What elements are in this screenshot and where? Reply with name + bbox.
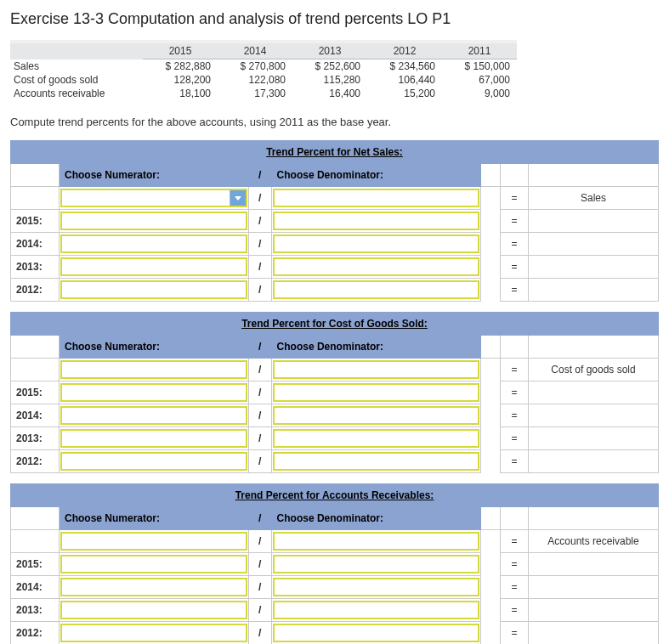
cell-value: $ 234,560 [367, 59, 442, 74]
cell-value: 106,440 [367, 73, 442, 87]
denominator-input[interactable] [273, 532, 479, 551]
year-label: 2014: [11, 233, 60, 256]
result-label: Accounts receivable [529, 530, 659, 553]
cell-value: $ 282,880 [143, 59, 218, 74]
numerator-input[interactable] [60, 601, 247, 619]
numerator-input[interactable] [60, 429, 247, 448]
cell-value: 115,280 [292, 73, 367, 87]
slash-label: / [248, 553, 271, 576]
page-title: Exercise 13-3 Computation and analysis o… [10, 10, 659, 28]
denominator-input[interactable] [273, 624, 479, 642]
section-title: Trend Percent for Cost of Goods Sold: [11, 313, 659, 336]
denominator-input[interactable] [273, 452, 479, 471]
denominator-input[interactable] [273, 234, 479, 253]
cell-value: 18,100 [143, 87, 218, 100]
result-cell [529, 599, 659, 622]
slash-label: / [248, 404, 271, 427]
slash-header: / [248, 507, 271, 530]
year-label: 2012: [11, 450, 60, 473]
equals-label: = [501, 404, 529, 427]
calc-section: Trend Percent for Cost of Goods Sold:Cho… [10, 312, 659, 473]
result-cell [529, 576, 659, 599]
col-year: 2013 [292, 42, 367, 59]
numerator-dropdown[interactable] [60, 532, 247, 551]
slash-label: / [248, 530, 271, 553]
denominator-input[interactable] [273, 578, 479, 596]
numerator-input[interactable] [60, 280, 247, 299]
slash-label: / [248, 622, 271, 645]
result-cell [529, 256, 659, 279]
equals-label: = [501, 576, 529, 599]
numerator-header: Choose Numerator: [60, 164, 249, 187]
year-label: 2014: [11, 576, 60, 599]
equals-label: = [501, 381, 529, 404]
slash-label: / [248, 381, 271, 404]
numerator-input[interactable] [60, 406, 247, 425]
cell-value: $ 270,800 [218, 59, 292, 74]
data-table: 2015 2014 2013 2012 2011 Sales $ 282,880… [10, 40, 517, 100]
instruction-text: Compute trend percents for the above acc… [10, 116, 659, 128]
row-label: Cost of goods sold [10, 73, 143, 87]
cell-value: 128,200 [143, 73, 218, 87]
numerator-input[interactable] [60, 257, 247, 276]
numerator-dropdown[interactable] [60, 360, 247, 379]
denominator-input[interactable] [273, 189, 479, 207]
denominator-input[interactable] [273, 429, 479, 448]
year-label: 2012: [11, 279, 60, 302]
cell-value: 9,000 [442, 87, 517, 100]
numerator-header: Choose Numerator: [60, 336, 249, 359]
col-year: 2015 [143, 42, 218, 59]
year-label: 2013: [11, 427, 60, 450]
denominator-input[interactable] [273, 257, 479, 276]
denominator-input[interactable] [273, 212, 479, 230]
slash-label: / [248, 599, 271, 622]
slash-label: / [248, 427, 271, 450]
section-title: Trend Percent for Net Sales: [11, 141, 659, 164]
year-label: 2015: [11, 210, 60, 233]
result-cell [529, 279, 659, 302]
equals-label: = [501, 256, 529, 279]
result-cell [529, 210, 659, 233]
row-label: Accounts receivable [10, 87, 143, 100]
equals-label: = [501, 427, 529, 450]
denominator-input[interactable] [273, 383, 479, 402]
slash-header: / [248, 336, 271, 359]
col-year: 2011 [442, 42, 517, 59]
denominator-input[interactable] [273, 555, 479, 573]
numerator-input[interactable] [60, 234, 247, 253]
slash-label: / [248, 256, 271, 279]
equals-label: = [501, 553, 529, 576]
equals-label: = [501, 622, 529, 645]
equals-label: = [501, 233, 529, 256]
slash-label: / [248, 210, 271, 233]
year-label: 2015: [11, 381, 60, 404]
year-label: 2013: [11, 256, 60, 279]
denominator-input[interactable] [273, 601, 479, 619]
denominator-input[interactable] [273, 406, 479, 425]
numerator-input[interactable] [60, 383, 247, 402]
equals-label: = [501, 530, 529, 553]
slash-label: / [248, 576, 271, 599]
result-cell [529, 404, 659, 427]
slash-label: / [248, 187, 271, 210]
denominator-header: Choose Denominator: [271, 336, 480, 359]
slash-label: / [248, 233, 271, 256]
denominator-input[interactable] [273, 280, 479, 299]
numerator-input[interactable] [60, 555, 247, 573]
equals-label: = [501, 359, 529, 381]
denominator-input[interactable] [273, 360, 479, 379]
result-label: Sales [529, 187, 659, 210]
numerator-header: Choose Numerator: [60, 507, 249, 530]
slash-header: / [248, 164, 271, 187]
numerator-input[interactable] [60, 578, 247, 596]
numerator-dropdown[interactable] [60, 189, 247, 207]
result-cell [529, 427, 659, 450]
denominator-header: Choose Denominator: [271, 507, 480, 530]
result-cell [529, 381, 659, 404]
col-year: 2012 [367, 42, 442, 59]
numerator-input[interactable] [60, 212, 247, 230]
year-label: 2012: [11, 622, 60, 645]
numerator-input[interactable] [60, 624, 247, 642]
year-label: 2015: [11, 553, 60, 576]
numerator-input[interactable] [60, 452, 247, 471]
